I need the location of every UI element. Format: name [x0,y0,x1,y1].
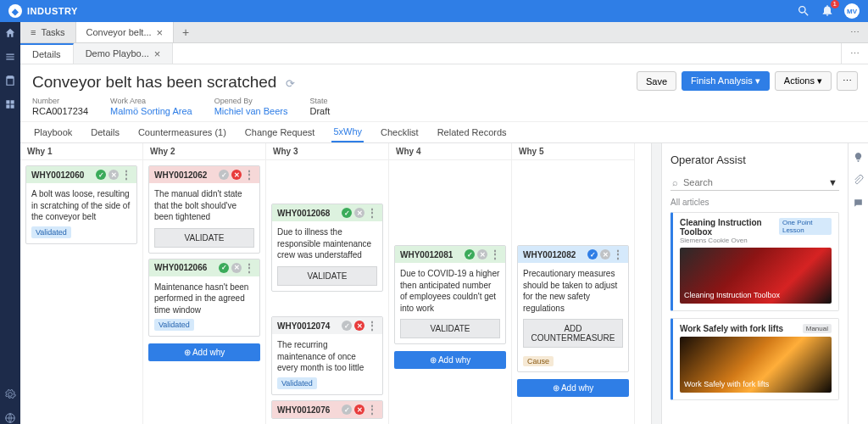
filter-icon[interactable]: ▼ [828,177,837,187]
brand-logo: ◆ [8,4,22,18]
column-why-5: Why 5 WHY0012082✓✕⋮ Precautionary measur… [512,143,635,424]
finish-analysis-button[interactable]: Finish Analysis [682,71,770,91]
new-tab-button[interactable]: + [174,22,198,42]
grid-icon[interactable] [4,98,16,110]
add-why-button[interactable]: Add why [148,343,260,361]
card-menu-button[interactable]: ⋮ [613,249,623,259]
home-icon[interactable] [4,27,16,39]
nav-countermeasures[interactable]: Countermeasures (1) [136,123,228,142]
card-menu-button[interactable]: ⋮ [244,170,254,180]
avatar[interactable]: MV [844,3,860,19]
clipboard-icon[interactable] [4,75,16,86]
article-badge: Manual [803,324,832,333]
tab-overflow-button[interactable]: ⋯ [842,22,868,42]
validate-button[interactable]: VALIDATE [154,228,254,248]
search-input[interactable] [683,177,823,187]
search-icon[interactable] [797,4,810,18]
dismiss-icon: ✕ [354,404,364,415]
why-card[interactable]: WHY0012066✓✕⋮ Maintenance hasn't been pe… [148,259,260,338]
section-nav: Playbook Details Countermeasures (1) Cha… [20,122,868,143]
nav-playbook[interactable]: Playbook [32,123,74,142]
operator-assist-panel: Operator Assist ⌕ ▼ All articles Cleanin… [661,143,848,424]
right-rail [848,143,868,424]
dismiss-icon[interactable]: ✕ [477,249,487,259]
dismiss-icon[interactable]: ✕ [231,263,242,273]
left-nav-rail [0,22,20,424]
check-icon[interactable]: ✓ [219,170,229,180]
article-thumbnail: Work Safely with fork lifts [680,337,832,393]
column-why-2: Why 2 WHY0012062✓✕⋮ The manual didn't st… [143,143,266,424]
tab-tasks[interactable]: ≡Tasks [20,22,76,42]
add-why-button[interactable]: Add why [394,351,506,369]
card-menu-button[interactable]: ⋮ [121,170,131,180]
actions-menu-button[interactable]: Actions [775,71,832,91]
tab-conveyor-label: Conveyor belt... [86,27,152,37]
more-button[interactable]: ⋯ [837,71,858,91]
card-menu-button[interactable]: ⋮ [367,404,377,415]
subtab-details[interactable]: Details [20,43,74,64]
record-header: Conveyor belt has been scratched ⟳ Save … [20,64,868,122]
lightbulb-icon[interactable] [853,152,864,163]
article-card[interactable]: Work Safely with fork lifts Manual Work … [670,318,839,400]
check-icon[interactable]: ✓ [342,404,352,415]
subtab-demo[interactable]: Demo Playbo...× [74,43,174,64]
record-subtabs: Details Demo Playbo...× ⋯ [20,43,868,64]
why-card[interactable]: WHY0012068✓✕⋮ Due to illness the respons… [271,204,383,292]
check-icon: ✓ [465,249,475,259]
why-card[interactable]: WHY0012062✓✕⋮ The manual didn't state th… [148,165,260,254]
cause-badge: Cause [523,356,554,366]
card-menu-button[interactable]: ⋮ [490,249,500,259]
globe-icon[interactable] [4,412,16,424]
record-state: Draft [310,106,331,116]
comment-icon[interactable] [853,198,864,209]
nav-5xwhy[interactable]: 5xWhy [331,122,364,142]
record-number: RCA0017234 [32,106,88,116]
list-icon[interactable] [4,51,16,63]
card-menu-button[interactable]: ⋮ [244,263,254,273]
dismiss-icon: ✕ [231,170,242,180]
dismiss-icon[interactable]: ✕ [108,170,119,180]
dismiss-icon[interactable]: ✕ [354,208,364,218]
article-card[interactable]: Cleaning Instruction ToolboxSiemens Cook… [670,212,839,311]
brand-name: INDUSTRY [27,6,78,16]
add-why-button[interactable]: Add why [517,379,629,397]
attachment-icon[interactable] [853,175,864,186]
nav-details[interactable]: Details [89,123,121,142]
nav-related[interactable]: Related Records [436,123,509,142]
why-card[interactable]: WHY0012081✓✕⋮ Due to COVID-19 a higher t… [394,245,506,344]
scrollbar[interactable] [651,143,661,424]
save-button[interactable]: Save [637,71,676,91]
why-card[interactable]: WHY0012060✓✕⋮ A bolt was loose, resultin… [25,165,137,244]
check-icon: ✓ [587,249,598,259]
opened-by-link[interactable]: Michiel van Beers [214,106,288,116]
dismiss-icon[interactable]: ✕ [600,249,610,259]
close-icon[interactable]: × [157,26,164,39]
notifications-button[interactable]: 1 [821,3,834,19]
check-icon: ✓ [96,170,106,180]
why-card[interactable]: WHY0012074✓✕⋮ The recurring maintenance … [271,316,383,395]
gear-icon[interactable] [4,388,16,400]
dismiss-icon: ✕ [354,321,364,331]
nav-change-request[interactable]: Change Request [243,123,317,142]
column-why-3: Why 3 WHY0012068✓✕⋮ Due to illness the r… [266,143,389,424]
check-icon: ✓ [219,263,229,273]
why-board: Why 1 WHY0012060✓✕⋮ A bolt was loose, re… [20,143,651,424]
validate-button[interactable]: VALIDATE [277,266,377,286]
tab-tasks-label: Tasks [41,27,64,37]
tab-conveyor[interactable]: Conveyor belt...× [76,22,175,42]
refresh-icon[interactable]: ⟳ [286,77,295,90]
card-menu-button[interactable]: ⋮ [367,321,377,331]
nav-checklist[interactable]: Checklist [379,123,420,142]
card-menu-button[interactable]: ⋮ [367,208,377,218]
why-card[interactable]: WHY0012076✓✕⋮ [271,400,383,419]
check-icon[interactable]: ✓ [342,321,352,331]
close-icon[interactable]: × [154,47,161,60]
page-title: Conveyor belt has been scratched [32,73,276,92]
add-countermeasure-button[interactable]: ADD COUNTERMEASURE [523,319,623,348]
why-card[interactable]: WHY0012082✓✕⋮ Precautionary measures sho… [517,245,629,372]
validate-button[interactable]: VALIDATE [400,319,500,338]
subtab-overflow-button[interactable]: ⋯ [841,43,868,64]
check-icon: ✓ [342,208,352,218]
work-area-link[interactable]: Malmö Sorting Area [110,106,192,116]
status-badge: Validated [277,377,317,389]
